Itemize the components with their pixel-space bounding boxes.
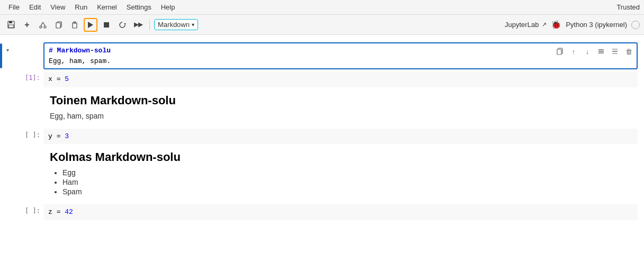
external-link-icon: ↗ <box>542 21 547 28</box>
cell-6-content: z = 42 <box>43 204 644 220</box>
svg-rect-12 <box>104 22 109 28</box>
markdown-edit-cell[interactable]: # Markdown-solu Egg, ham, spam. ↑ ↓ 🗑 <box>43 42 638 69</box>
menu-view[interactable]: View <box>46 2 69 12</box>
svg-rect-8 <box>56 23 60 28</box>
cell-5-prompt <box>12 146 43 202</box>
delete-cell-button[interactable]: 🗑 <box>623 46 634 57</box>
cell-4-prompt: [ ]: <box>12 129 43 145</box>
toolbar-right: JupyterLab ↗ 🐞 Python 3 (ipykernel) <box>505 20 640 30</box>
kernel-status-icon <box>631 21 640 29</box>
menu-edit[interactable]: Edit <box>25 2 45 12</box>
cell-2-content: x = 5 <box>43 71 644 87</box>
svg-marker-13 <box>124 23 126 25</box>
cell-1-prompt <box>12 42 43 69</box>
cell-3-content: Toinen Markdown-solu Egg, ham, spam <box>43 89 644 127</box>
save-button[interactable] <box>4 18 18 32</box>
svg-point-3 <box>40 26 42 28</box>
cell-1-row: ▾ # Markdown-solu Egg, ham, spam. ↑ ↓ <box>0 42 644 69</box>
copy-cell-button[interactable] <box>554 46 566 57</box>
cut-button[interactable] <box>36 18 50 32</box>
svg-point-4 <box>44 26 46 28</box>
code-var-x: x <box>48 75 52 83</box>
menu-run[interactable]: Run <box>70 2 92 12</box>
markdown-line-1: # Markdown-solu <box>49 46 632 56</box>
cell-5-row: Kolmas Markdown-solu Egg Ham Spam <box>0 146 644 202</box>
cell-5-heading: Kolmas Markdown-solu <box>50 150 638 164</box>
list-item-ham: Ham <box>62 178 638 186</box>
cell-2-prompt: [1]: <box>12 71 43 87</box>
menu-help[interactable]: Help <box>157 2 180 12</box>
cell-4-row: [ ]: y = 3 <box>0 129 644 145</box>
menu-items: File Edit View Run Kernel Settings Help <box>4 2 179 12</box>
cell-3-prompt <box>12 89 43 127</box>
collapse-button[interactable]: ▾ <box>3 46 12 54</box>
stop-button[interactable] <box>100 18 113 32</box>
cell-3-heading: Toinen Markdown-solu <box>50 94 638 107</box>
cell-6-prompt: [ ]: <box>12 204 43 220</box>
cell-toolbar: ↑ ↓ 🗑 <box>554 46 634 57</box>
list-item-spam: Spam <box>62 187 638 196</box>
active-cell-indicator <box>0 43 2 68</box>
cell-6-prompt-text: [ ]: <box>25 207 40 214</box>
run-all-button[interactable]: ▶▶ <box>131 18 145 32</box>
bug-icon[interactable]: 🐞 <box>551 20 561 30</box>
list-item-egg: Egg <box>62 168 638 177</box>
cell-3-body: Egg, ham, spam <box>50 112 638 120</box>
menu-settings[interactable]: Settings <box>122 2 156 12</box>
menu-kernel[interactable]: Kernel <box>93 2 121 12</box>
chevron-down-icon: ▾ <box>192 22 194 28</box>
cell-4-prompt-text: [ ]: <box>25 131 40 139</box>
svg-rect-2 <box>8 25 14 28</box>
toolbar-separator <box>149 20 150 30</box>
svg-rect-1 <box>9 21 12 23</box>
svg-line-6 <box>43 22 45 26</box>
kernel-label: Python 3 (ipykernel) <box>566 21 627 29</box>
move-up-button[interactable]: ↑ <box>568 46 579 57</box>
move-down-button[interactable]: ↓ <box>582 46 593 57</box>
code-num-5: 5 <box>65 75 69 83</box>
toolbar: + ▶▶ Markdown ▾ JupyterLab ↗ 🐞 Python 3 … <box>0 15 644 35</box>
menu-file[interactable]: File <box>4 2 24 12</box>
svg-line-5 <box>41 22 43 26</box>
markdown-line-2: Egg, ham, spam. <box>49 56 632 67</box>
cell-3-row: Toinen Markdown-solu Egg, ham, spam <box>0 89 644 127</box>
menu-bar: File Edit View Run Kernel Settings Help … <box>0 0 644 15</box>
cell-4-content: y = 3 <box>43 129 644 145</box>
add-cell-button[interactable]: + <box>20 18 34 32</box>
notebook: ▾ # Markdown-solu Egg, ham, spam. ↑ ↓ <box>0 35 644 279</box>
paste-button[interactable] <box>68 18 82 32</box>
merge-above-button[interactable] <box>595 46 607 57</box>
code-cell-2[interactable]: x = 5 <box>43 71 638 87</box>
cell-5-list: Egg Ham Spam <box>62 168 638 196</box>
cell-5-content: Kolmas Markdown-solu Egg Ham Spam <box>43 146 644 202</box>
cell-type-dropdown[interactable]: Markdown ▾ <box>154 19 198 30</box>
trusted-badge: Trusted <box>616 3 640 11</box>
svg-marker-11 <box>88 22 93 28</box>
cell-1-content: # Markdown-solu Egg, ham, spam. ↑ ↓ 🗑 <box>43 42 644 69</box>
restart-button[interactable] <box>115 18 129 32</box>
split-cell-button[interactable] <box>609 46 621 57</box>
cell-type-label: Markdown <box>158 21 190 29</box>
cell-2-row: [1]: x = 5 <box>0 71 644 87</box>
svg-rect-15 <box>557 49 561 55</box>
copy-button[interactable] <box>52 18 66 32</box>
run-button[interactable] <box>84 18 97 32</box>
jupyterlab-link[interactable]: JupyterLab ↗ <box>505 21 547 29</box>
cell-2-prompt-text: [1]: <box>25 74 40 82</box>
cell-6-row: [ ]: z = 42 <box>0 204 644 220</box>
code-cell-4[interactable]: y = 3 <box>43 129 638 145</box>
code-cell-6[interactable]: z = 42 <box>43 204 638 220</box>
